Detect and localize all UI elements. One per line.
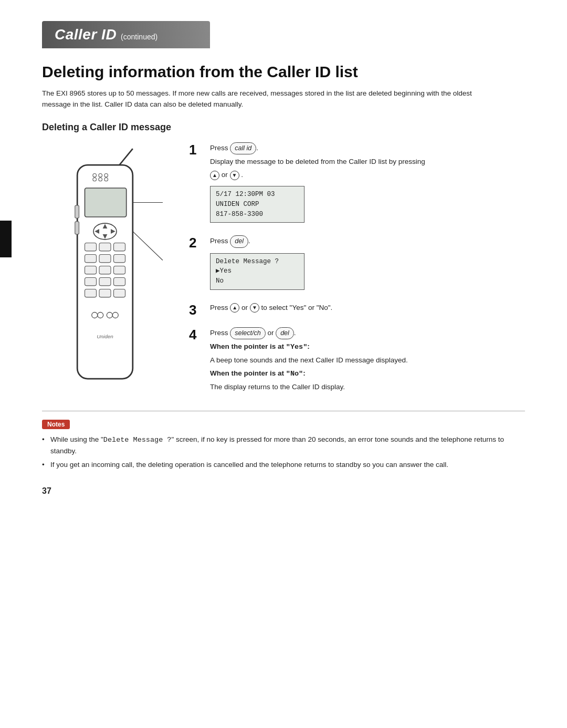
svg-rect-15 bbox=[85, 243, 97, 251]
step-4-pointer-yes-label: When the pointer is at bbox=[210, 342, 284, 350]
step-4-no-desc: The display returns to the Caller ID dis… bbox=[210, 382, 525, 393]
step-1-arrows: ▲ or ▼ . bbox=[210, 170, 525, 181]
step-2: 2 Press del. Delete Message ? ▶Yes No bbox=[189, 235, 525, 293]
list-item: While using the "Delete Message ?" scree… bbox=[42, 434, 525, 457]
lcd-1-line1: 5/17 12:30PM 03 bbox=[216, 190, 299, 200]
notes-list: While using the "Delete Message ?" scree… bbox=[42, 434, 525, 471]
step-2-number: 2 bbox=[189, 235, 204, 251]
step-4-or: or bbox=[267, 329, 274, 337]
step-4-content: Press select/ch or del. When the pointer… bbox=[210, 327, 525, 395]
list-item: If you get an incoming call, the deletin… bbox=[42, 460, 525, 471]
step-3-number: 3 bbox=[189, 303, 204, 318]
lcd-1-line2: UNIDEN CORP bbox=[216, 200, 299, 210]
step-3-down-icon: ▼ bbox=[250, 303, 259, 313]
svg-line-1 bbox=[120, 149, 133, 165]
svg-rect-31 bbox=[75, 222, 79, 234]
phone-illustration: Uniden bbox=[47, 148, 163, 390]
svg-rect-23 bbox=[114, 266, 125, 274]
svg-rect-27 bbox=[85, 289, 97, 297]
lcd-1-line3: 817-858-3300 bbox=[216, 210, 299, 220]
content-area: Uniden bbox=[42, 142, 525, 395]
step-1-number: 1 bbox=[189, 142, 204, 158]
step-4-yes-label: When the pointer is at "Yes": bbox=[210, 341, 525, 353]
step-4: 4 Press select/ch or del. When the point… bbox=[189, 327, 525, 395]
notes-section: Notes While using the "Delete Message ?"… bbox=[42, 420, 525, 471]
svg-rect-19 bbox=[99, 254, 111, 262]
svg-rect-28 bbox=[99, 289, 111, 297]
svg-rect-2 bbox=[85, 188, 127, 217]
svg-rect-30 bbox=[75, 205, 79, 218]
svg-text:Uniden: Uniden bbox=[97, 334, 113, 339]
step-4-text: Press bbox=[210, 329, 228, 337]
step-1-desc: Display the message to be deleted from t… bbox=[210, 157, 525, 168]
svg-rect-18 bbox=[85, 254, 97, 262]
step-1-press: Press call id. bbox=[210, 142, 525, 154]
step-2-content: Press del. Delete Message ? ▶Yes No bbox=[210, 235, 525, 293]
svg-rect-26 bbox=[114, 277, 125, 285]
intro-paragraph: The EXI 8965 stores up to 50 messages. I… bbox=[42, 88, 494, 110]
header-subtitle: (continued) bbox=[121, 33, 158, 41]
svg-rect-22 bbox=[99, 266, 111, 274]
phone-container: Uniden bbox=[42, 142, 168, 390]
page-title: Deleting information from the Caller ID … bbox=[42, 63, 525, 81]
step-4-number: 4 bbox=[189, 327, 204, 342]
step-3-content: Press ▲ or ▼ to select "Yes" or "No". bbox=[210, 303, 525, 316]
step-4-pointer-no-label: When the pointer is at bbox=[210, 369, 284, 377]
step-3-press-text: Press bbox=[210, 304, 228, 311]
notes-badge: Notes bbox=[42, 420, 70, 429]
step-2-text-before: Press bbox=[210, 237, 228, 245]
svg-rect-25 bbox=[99, 277, 111, 285]
lcd-2-line3: No bbox=[216, 276, 299, 286]
step-2-btn: del bbox=[230, 235, 248, 247]
svg-rect-29 bbox=[114, 289, 125, 297]
step-2-press: Press del. bbox=[210, 235, 525, 247]
step-2-lcd: Delete Message ? ▶Yes No bbox=[210, 253, 304, 290]
step-3: 3 Press ▲ or ▼ to select "Yes" or "No". bbox=[189, 303, 525, 318]
up-arrow-icon: ▲ bbox=[210, 171, 219, 180]
step-4-no-label: When the pointer is at "No": bbox=[210, 368, 525, 380]
step-1-text-before: Press bbox=[210, 144, 228, 152]
side-tab-marker bbox=[0, 221, 12, 257]
header-title: Caller ID bbox=[55, 26, 117, 43]
step-4-pointer-no-value: "No": bbox=[286, 369, 306, 377]
section-heading: Deleting a Caller ID message bbox=[42, 122, 525, 133]
step-1-btn: call id bbox=[230, 142, 256, 154]
svg-line-37 bbox=[133, 231, 163, 260]
svg-rect-16 bbox=[99, 243, 111, 251]
step-4-pointer-yes-value: "Yes": bbox=[286, 342, 310, 350]
step-3-text: Press ▲ or ▼ to select "Yes" or "No". bbox=[210, 303, 525, 314]
lcd-2-line2: ▶Yes bbox=[216, 266, 299, 276]
page-number: 37 bbox=[42, 486, 525, 496]
step-4-yes-desc: A beep tone sounds and the next Caller I… bbox=[210, 355, 525, 366]
svg-rect-24 bbox=[85, 277, 97, 285]
notes-item-1-prefix: While using the "Delete Message ?" scree… bbox=[50, 435, 504, 455]
step-4-btn1: select/ch bbox=[230, 327, 265, 339]
step-1: 1 Press call id. Display the message to … bbox=[189, 142, 525, 226]
step-4-btn2: del bbox=[276, 327, 294, 339]
notes-item-2: If you get an incoming call, the deletin… bbox=[50, 461, 448, 469]
svg-rect-21 bbox=[85, 266, 97, 274]
step-4-press: Press select/ch or del. bbox=[210, 327, 525, 339]
notes-divider bbox=[42, 411, 525, 411]
steps-area: 1 Press call id. Display the message to … bbox=[189, 142, 525, 395]
svg-rect-20 bbox=[114, 254, 125, 262]
step-3-or: or bbox=[242, 304, 248, 311]
step-3-to-select: to select "Yes" or "No". bbox=[261, 304, 333, 311]
header-banner: Caller ID (continued) bbox=[42, 21, 210, 48]
step-1-or: or bbox=[222, 171, 228, 179]
lcd-2-line1: Delete Message ? bbox=[216, 257, 299, 267]
down-arrow-icon: ▼ bbox=[230, 171, 239, 180]
step-1-content: Press call id. Display the message to be… bbox=[210, 142, 525, 226]
svg-rect-17 bbox=[114, 243, 125, 251]
step-3-up-icon: ▲ bbox=[230, 303, 239, 313]
step-1-lcd: 5/17 12:30PM 03 UNIDEN CORP 817-858-3300 bbox=[210, 186, 304, 223]
